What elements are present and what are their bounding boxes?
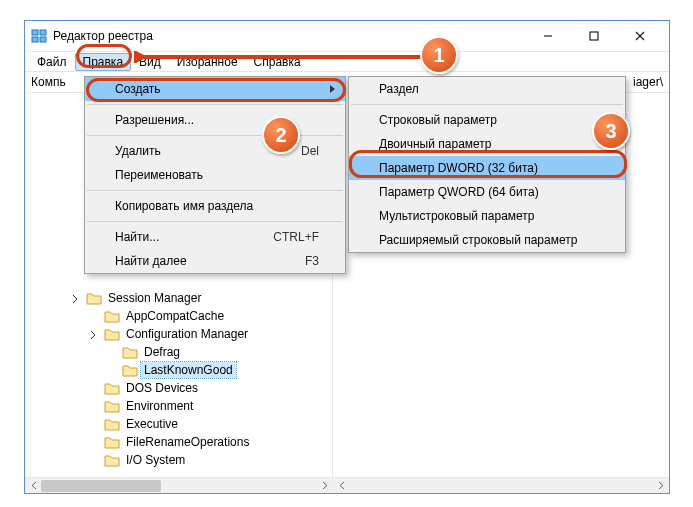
menu-label: Расширяемый строковый параметр [379,233,577,247]
window-title: Редактор реестра [53,29,525,43]
menu-label: Переименовать [115,168,203,182]
svg-rect-2 [32,37,38,42]
submenu-binary[interactable]: Двоичный параметр [349,132,625,156]
annotation-badge-1: 1 [420,36,458,74]
annotation-badge-3: 3 [592,112,630,150]
menu-rename[interactable]: Переименовать [85,163,345,187]
menu-separator [87,135,343,136]
folder-icon [122,363,138,377]
tree-node-executive[interactable]: Executive [35,415,332,433]
menu-label: Найти... [115,230,159,244]
tree-label: Environment [123,398,196,414]
menu-find[interactable]: Найти...CTRL+F [85,225,345,249]
submenu-qword[interactable]: Параметр QWORD (64 бита) [349,180,625,204]
annotation-badge-2: 2 [262,116,300,154]
svg-rect-0 [32,30,38,35]
tree-label: Configuration Manager [123,326,251,342]
folder-icon [104,399,120,413]
menu-separator [87,104,343,105]
folder-icon [104,435,120,449]
folder-icon [122,345,138,359]
menu-label: Параметр QWORD (64 бита) [379,185,539,199]
folder-icon [104,309,120,323]
tree-label: AppCompatCache [123,308,227,324]
folder-icon [104,417,120,431]
tree-label: DOS Devices [123,380,201,396]
submenu-string[interactable]: Строковый параметр [349,108,625,132]
menu-separator [87,190,343,191]
address-right: iager\ [633,75,663,89]
menu-copyname[interactable]: Копировать имя раздела [85,194,345,218]
tree-node-filerename[interactable]: FileRenameOperations [35,433,332,451]
menu-edit[interactable]: Правка [75,53,132,71]
maximize-button[interactable] [571,21,617,51]
minimize-button[interactable] [525,21,571,51]
svg-rect-3 [40,37,46,42]
menu-label: Создать [115,82,161,96]
tree-node-appcompat[interactable]: AppCompatCache [35,307,332,325]
folder-icon [86,291,102,305]
scroll-right-icon[interactable] [653,478,669,493]
menu-label: Найти далее [115,254,187,268]
expand-icon[interactable] [69,291,83,305]
address-left: Компь [31,75,66,89]
tree-node-dos-devices[interactable]: DOS Devices [35,379,332,397]
menu-file[interactable]: Файл [29,53,75,71]
scroll-left-icon[interactable] [25,478,41,493]
menu-favorites[interactable]: Избранное [169,53,246,71]
scrollbar-right[interactable] [333,477,669,493]
close-button[interactable] [617,21,663,51]
menubar: Файл Правка Вид Избранное Справка [25,51,669,71]
tree-node-environment[interactable]: Environment [35,397,332,415]
menu-view[interactable]: Вид [131,53,169,71]
submenu-multistr[interactable]: Мультистроковый параметр [349,204,625,228]
tree-node-config-manager[interactable]: Configuration Manager [35,325,332,343]
tree-label: Executive [123,416,181,432]
menu-create[interactable]: Создать [85,77,345,101]
svg-rect-1 [40,30,46,35]
tree-node-io-system[interactable]: I/O System [35,451,332,469]
menu-permissions[interactable]: Разрешения... [85,108,345,132]
menu-separator [87,221,343,222]
menu-label: Копировать имя раздела [115,199,253,213]
expand-icon[interactable] [87,327,101,341]
tree-node-session-manager[interactable]: Session Manager [35,289,332,307]
folder-icon [104,381,120,395]
tree-label: I/O System [123,452,188,468]
tree-label: FileRenameOperations [123,434,252,450]
scrollbar-left[interactable] [25,477,333,493]
menu-shortcut: CTRL+F [273,230,319,244]
menu-separator [351,104,623,105]
scroll-right-icon[interactable] [317,478,333,493]
menu-findnext[interactable]: Найти далееF3 [85,249,345,273]
scroll-thumb[interactable] [41,480,161,492]
submenu-expandstr[interactable]: Расширяемый строковый параметр [349,228,625,252]
scroll-left-icon[interactable] [333,478,349,493]
menu-label: Раздел [379,82,419,96]
menu-label: Параметр DWORD (32 бита) [379,161,538,175]
svg-rect-5 [590,32,598,40]
menu-label: Мультистроковый параметр [379,209,535,223]
folder-icon [104,327,120,341]
menu-delete[interactable]: УдалитьDel [85,139,345,163]
submenu-dword[interactable]: Параметр DWORD (32 бита) [349,156,625,180]
menu-shortcut: F3 [305,254,319,268]
menu-help[interactable]: Справка [246,53,309,71]
menu-label: Строковый параметр [379,113,497,127]
tree-label: Session Manager [105,290,204,306]
regedit-icon [31,28,47,44]
menu-label: Удалить [115,144,161,158]
menu-shortcut: Del [301,144,319,158]
titlebar: Редактор реестра [25,21,669,51]
menu-label: Разрешения... [115,113,194,127]
tree-label-selected: LastKnownGood [141,362,236,378]
tree-node-defrag[interactable]: Defrag [35,343,332,361]
tree-node-lastknowngood[interactable]: LastKnownGood [35,361,332,379]
tree-label: Defrag [141,344,183,360]
create-submenu: Раздел Строковый параметр Двоичный парам… [348,76,626,253]
folder-icon [104,453,120,467]
menu-label: Двоичный параметр [379,137,492,151]
edit-menu-dropdown: Создать Разрешения... УдалитьDel Переиме… [84,76,346,274]
submenu-key[interactable]: Раздел [349,77,625,101]
